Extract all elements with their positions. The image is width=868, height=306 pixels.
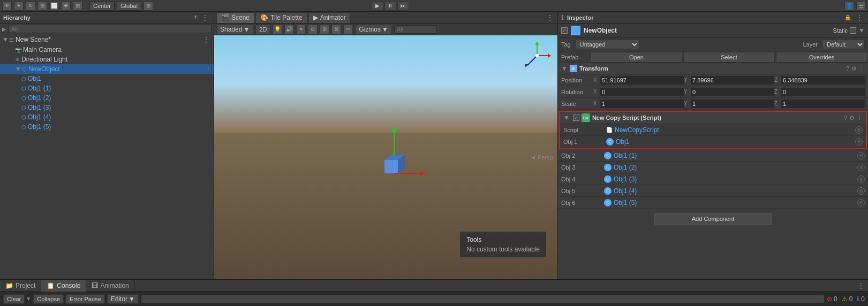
hierarchy-item-main-camera[interactable]: 📷 Main Camera	[0, 45, 214, 55]
step-button[interactable]: ⏭	[397, 1, 409, 11]
script-component-header[interactable]: ▼ ✓ C# New Copy Script (Script) ? ⚙ ⋮	[560, 112, 866, 124]
editor-dropdown[interactable]: Editor ▼	[107, 294, 139, 304]
scene-tab[interactable]: 🎬 Scene	[216, 12, 254, 23]
position-y-input[interactable]	[691, 76, 774, 85]
transform-settings-btn[interactable]: ⚙	[851, 65, 857, 72]
scene-search-input[interactable]	[394, 25, 437, 34]
transform-help-btn[interactable]: ?	[846, 65, 849, 72]
new-object-icon: ⬡	[22, 66, 27, 72]
hierarchy-scene-root[interactable]: ▼ ☰ New Scene* ⋮	[0, 34, 214, 45]
hierarchy-expand-btn[interactable]: ▶	[2, 26, 6, 32]
object-active-checkbox[interactable]: ✓	[561, 27, 568, 34]
collab-icon[interactable]: 👤	[844, 1, 854, 11]
hierarchy-item-obj1[interactable]: ⬡ Obj1	[0, 74, 214, 83]
static-dropdown-btn[interactable]: ▼	[858, 27, 865, 34]
rotation-z-input[interactable]	[781, 88, 865, 96]
global-button[interactable]: Global	[117, 1, 141, 11]
new-object-menu-btn[interactable]: ⋮	[206, 66, 212, 73]
prefab-overrides-btn[interactable]: Overrides	[776, 52, 867, 63]
play-button[interactable]: ▶	[372, 1, 383, 11]
eye-tool-icon[interactable]: 👁	[2, 1, 12, 11]
script-help-btn[interactable]: ?	[844, 114, 847, 121]
lighting-icon[interactable]: 💡	[273, 25, 282, 34]
transform-component-header[interactable]: ▼ ⊕ Transform ? ⚙ ⋮	[558, 63, 868, 74]
hierarchy-menu-btn[interactable]: ⋮	[200, 13, 210, 22]
scale-z-input[interactable]	[781, 100, 865, 108]
stats-icon[interactable]: ⊞	[320, 25, 329, 34]
obj4-target-btn[interactable]: ◎	[857, 175, 865, 183]
obj5-target-btn[interactable]: ◎	[857, 187, 865, 195]
grid-scene-icon[interactable]: ⊠	[331, 25, 341, 34]
obj1-target-btn[interactable]: ◎	[855, 138, 863, 146]
scene-tabs-menu[interactable]: ⋮	[545, 13, 555, 22]
scene-menu-btn[interactable]: ⋮	[201, 35, 212, 44]
hierarchy-item-obj1-1[interactable]: ⬡ Obj1 (1)	[0, 83, 214, 93]
position-z-input[interactable]	[781, 76, 865, 85]
camera-icon: 📷	[15, 47, 21, 53]
hierarchy-item-directional-light[interactable]: ☀ Directional Light	[0, 55, 214, 64]
orientation-gizmo[interactable]	[521, 40, 553, 72]
gizmos-btn[interactable]: Gizmos ▼	[355, 25, 392, 34]
rotate-tool-icon[interactable]: ↻	[26, 1, 35, 11]
project-tab[interactable]: 📁 Project	[0, 280, 41, 292]
transform-tool-icon[interactable]: ✚	[61, 1, 71, 11]
collapse-btn[interactable]: Collapse	[33, 294, 64, 304]
hierarchy-item-obj1-2[interactable]: ⬡ Obj1 (2)	[0, 93, 214, 103]
script-active-checkbox[interactable]: ✓	[573, 114, 579, 121]
settings-icon[interactable]: ☰	[856, 1, 866, 11]
script-settings-btn[interactable]: ⚙	[849, 114, 855, 121]
layer-dropdown[interactable]: Default	[822, 40, 865, 49]
clear-btn[interactable]: Clear	[3, 294, 25, 304]
obj2-target-btn[interactable]: ◎	[857, 152, 865, 159]
effects-icon[interactable]: ✦	[296, 25, 306, 34]
hierarchy-item-obj1-4[interactable]: ⬡ Obj1 (4)	[0, 112, 214, 122]
center-button[interactable]: Center	[89, 1, 115, 11]
hierarchy-search-input[interactable]	[9, 25, 212, 33]
project-tab-icon: 📁	[5, 282, 13, 289]
script-menu-btn[interactable]: ⋮	[857, 114, 863, 121]
scale-y-input[interactable]	[691, 100, 774, 108]
viewport-canvas[interactable]: ◄ Persp Tools No custom tools available	[214, 35, 557, 279]
animator-tab[interactable]: ▶ Animator	[308, 12, 351, 23]
script-target-btn[interactable]: ◎	[855, 126, 863, 134]
hide-icon[interactable]: ⊙	[308, 25, 318, 34]
audio-icon[interactable]: 🔊	[284, 25, 294, 34]
scale-tool-icon[interactable]: ⊞	[37, 1, 47, 11]
svg-line-4	[527, 56, 537, 65]
custom-tool-icon[interactable]: ⊞	[73, 1, 82, 11]
hierarchy-add-btn[interactable]: +	[194, 13, 198, 22]
scale-x-input[interactable]	[600, 100, 684, 108]
move-tool-icon[interactable]: ✦	[14, 1, 24, 11]
rect-tool-icon[interactable]: ⬜	[49, 1, 59, 11]
hierarchy-item-new-object[interactable]: ▼ ⬡ NewObject ⋮	[0, 64, 214, 74]
rotation-y-input[interactable]	[691, 88, 774, 96]
static-checkbox[interactable]	[850, 27, 856, 34]
prefab-select-btn[interactable]: Select	[683, 52, 775, 63]
console-search-input[interactable]	[141, 295, 825, 303]
pause-button[interactable]: ⏸	[384, 1, 396, 11]
transform-menu-btn[interactable]: ⋮	[859, 65, 865, 72]
culling-icon[interactable]: ✂	[343, 25, 353, 34]
rotation-x-input[interactable]	[600, 88, 684, 96]
bottom-tabs-menu[interactable]: ⋮	[856, 281, 868, 290]
2d-btn[interactable]: 2D	[255, 25, 270, 34]
obj3-target-btn[interactable]: ◎	[857, 164, 865, 171]
animation-tab[interactable]: 🎞 Animation	[86, 280, 134, 292]
clear-dropdown-btn[interactable]: ▼	[26, 296, 31, 302]
inspector-body: ✓ NewObject Static ▼ Tag	[558, 24, 868, 279]
grid-icon[interactable]: ⊞	[144, 1, 153, 11]
hierarchy-item-obj1-3[interactable]: ⬡ Obj1 (3)	[0, 103, 214, 112]
add-component-btn[interactable]: Add Component	[654, 213, 772, 225]
obj6-target-btn[interactable]: ◎	[857, 199, 865, 206]
console-tab[interactable]: 📋 Console	[41, 280, 86, 292]
inspector-lock-btn[interactable]: 🔒	[844, 14, 851, 20]
tag-dropdown[interactable]: Untagged	[575, 40, 639, 49]
hierarchy-item-obj1-5[interactable]: ⬡ Obj1 (5)	[0, 122, 214, 132]
shading-mode-btn[interactable]: Shaded ▼	[216, 25, 253, 34]
prefab-open-btn[interactable]: Open	[591, 52, 682, 63]
object-name-field[interactable]: NewObject	[584, 27, 617, 34]
tile-palette-tab[interactable]: 🎨 Tile Palette	[255, 12, 307, 23]
error-pause-btn[interactable]: Error Pause	[66, 294, 105, 304]
position-x-input[interactable]	[600, 76, 684, 85]
inspector-menu-btn[interactable]: ⋮	[854, 13, 865, 22]
